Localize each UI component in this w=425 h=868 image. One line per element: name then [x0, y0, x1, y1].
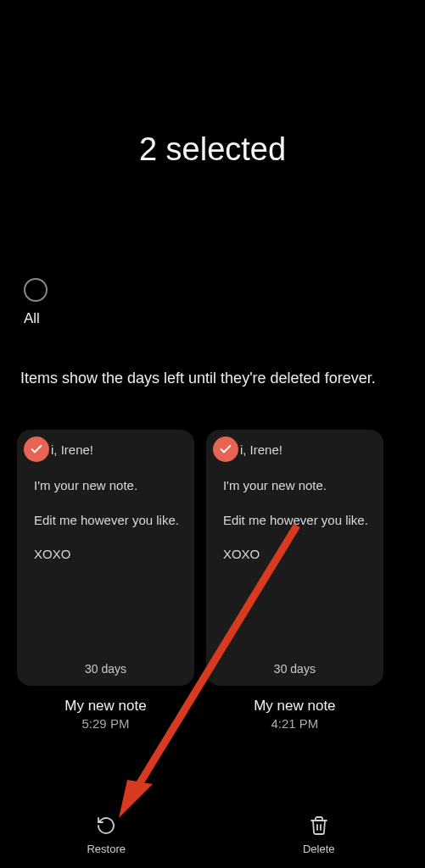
- select-all-label: All: [24, 310, 425, 327]
- note-title: My new note: [17, 698, 194, 715]
- note-body: I'm your new note. Edit me however you l…: [34, 477, 179, 563]
- header: 2 selected: [0, 0, 425, 168]
- trash-icon: [309, 815, 329, 839]
- bottom-action-bar: Restore Delete: [0, 802, 425, 868]
- info-text: Items show the days left until they're d…: [0, 368, 425, 389]
- note-card-wrapper: i, Irene! I'm your new note. Edit me how…: [206, 430, 383, 731]
- restore-button[interactable]: Restore: [0, 802, 213, 868]
- note-title: My new note: [206, 698, 383, 715]
- note-days-left: 30 days: [32, 662, 179, 676]
- restore-icon: [96, 815, 116, 839]
- selected-check-icon: [213, 437, 238, 462]
- note-card[interactable]: i, Irene! I'm your new note. Edit me how…: [206, 430, 383, 686]
- selected-check-icon: [24, 437, 49, 462]
- note-body: I'm your new note. Edit me however you l…: [223, 477, 368, 563]
- note-time: 5:29 PM: [17, 716, 194, 731]
- notes-grid: i, Irene! I'm your new note. Edit me how…: [0, 430, 425, 731]
- note-card[interactable]: i, Irene! I'm your new note. Edit me how…: [17, 430, 194, 686]
- note-greeting: i, Irene!: [51, 442, 179, 459]
- page-title: 2 selected: [0, 131, 425, 168]
- delete-button[interactable]: Delete: [213, 802, 426, 868]
- select-all-section: All: [0, 278, 425, 327]
- note-greeting: i, Irene!: [240, 442, 368, 459]
- note-days-left: 30 days: [221, 662, 368, 676]
- select-all-checkbox[interactable]: [24, 278, 48, 302]
- note-time: 4:21 PM: [206, 716, 383, 731]
- note-meta: My new note 5:29 PM: [17, 698, 194, 731]
- note-card-wrapper: i, Irene! I'm your new note. Edit me how…: [17, 430, 194, 731]
- delete-label: Delete: [303, 843, 335, 855]
- restore-label: Restore: [87, 843, 126, 855]
- note-meta: My new note 4:21 PM: [206, 698, 383, 731]
